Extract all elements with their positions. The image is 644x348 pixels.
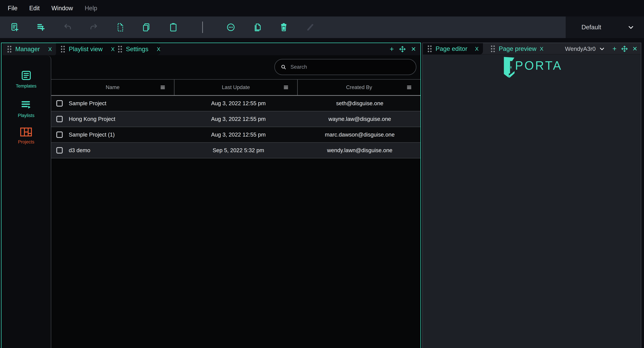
cut-icon — [116, 23, 125, 32]
search-icon — [280, 64, 286, 70]
drag-grip-icon[interactable] — [60, 45, 66, 53]
drag-grip-icon[interactable] — [7, 45, 12, 53]
right-tab-bar: Page editor X Page preview X WendyA3r0 + — [423, 43, 641, 55]
tab-settings[interactable]: Settings X — [113, 43, 160, 55]
user-selector[interactable]: WendyA3r0 — [565, 46, 605, 52]
more-options-button[interactable] — [226, 23, 236, 32]
tab-page-preview-close-icon[interactable]: X — [540, 46, 543, 52]
delete-button[interactable] — [279, 23, 288, 32]
search-input[interactable] — [290, 64, 410, 70]
search-row — [51, 55, 420, 79]
tab-page-editor[interactable]: Page editor X — [423, 43, 483, 55]
sidebar-item-templates[interactable]: Templates — [16, 70, 36, 89]
drag-grip-icon[interactable] — [427, 45, 432, 53]
table-row[interactable]: Sample Project (1) Aug 3, 2022 12:55 pm … — [51, 127, 420, 143]
copy-button[interactable] — [142, 23, 151, 32]
duplicate-button[interactable] — [253, 23, 262, 32]
add-tab-icon[interactable]: + — [390, 46, 394, 53]
drag-grip-icon[interactable] — [118, 45, 122, 53]
tab-page-editor-close-icon[interactable]: X — [475, 46, 478, 52]
row-checkbox[interactable] — [56, 147, 63, 153]
manager-content: Name Last Update Created By — [51, 55, 420, 348]
porta-logo: PORTA — [501, 56, 562, 78]
move-panel-icon[interactable] — [621, 45, 628, 52]
toolbar-divider — [202, 22, 203, 33]
sidebar-item-playlists-label: Playlists — [18, 113, 34, 118]
row-checkbox[interactable] — [56, 131, 63, 138]
new-playlist-button[interactable] — [36, 23, 46, 32]
menu-window[interactable]: Window — [52, 5, 73, 12]
project-name: Sample Project — [69, 100, 106, 107]
column-header-name-label: Name — [106, 84, 120, 90]
porta-door-icon — [501, 56, 515, 78]
sidebar-item-playlists[interactable]: Playlists — [18, 99, 34, 118]
tab-page-preview[interactable]: Page preview X — [486, 43, 547, 55]
left-tab-bar: Manager X Playlist view X Settings X + — [2, 43, 420, 55]
edit-pencil-icon — [306, 23, 315, 32]
project-last-update: Sep 5, 2022 5:32 pm — [178, 147, 299, 153]
toolbar — [0, 17, 566, 38]
workspace-selector-value: Default — [582, 24, 601, 31]
project-created-by: wayne.law@disguise.one — [299, 116, 420, 122]
chevron-down-icon — [598, 46, 605, 52]
row-checkbox[interactable] — [56, 116, 63, 122]
menu-edit[interactable]: Edit — [29, 5, 40, 12]
chevron-down-icon — [627, 24, 634, 31]
table-row[interactable]: Sample Project Aug 3, 2022 12:55 pm seth… — [51, 96, 420, 111]
project-name: Hong Kong Project — [69, 116, 115, 122]
tab-settings-close-icon[interactable]: X — [157, 46, 160, 52]
tab-playlist-view[interactable]: Playlist view X — [56, 43, 113, 55]
project-last-update: Aug 3, 2022 12:55 pm — [178, 100, 299, 107]
row-checkbox[interactable] — [56, 100, 63, 107]
add-tab-icon[interactable]: + — [612, 45, 616, 52]
drag-grip-icon[interactable] — [490, 45, 496, 53]
menu-help[interactable]: Help — [85, 5, 97, 12]
table-row[interactable]: d3 demo Sep 5, 2022 5:32 pm wendy.lawn@d… — [51, 143, 420, 158]
delete-icon — [279, 23, 288, 32]
column-menu-icon[interactable] — [160, 85, 165, 90]
workspace-selector[interactable]: Default — [566, 17, 644, 38]
search-box[interactable] — [274, 59, 416, 75]
redo-button[interactable] — [89, 23, 98, 32]
tab-manager-close-icon[interactable]: X — [48, 46, 52, 52]
column-header-created-by: Created By — [297, 80, 420, 95]
porta-logo-text: PORTA — [515, 59, 562, 72]
move-panel-icon[interactable] — [399, 46, 406, 53]
column-header-last-update: Last Update — [174, 80, 297, 95]
cut-button[interactable] — [116, 23, 125, 32]
page-editor-content: PORTA — [423, 55, 641, 348]
user-selector-value: WendyA3r0 — [565, 46, 596, 52]
tab-page-preview-label: Page preview — [499, 45, 536, 52]
projects-icon — [20, 127, 32, 137]
column-header-created-by-label: Created By — [346, 84, 372, 90]
projects-table: Name Last Update Created By — [51, 79, 420, 348]
more-options-icon — [226, 23, 236, 32]
sidebar-item-projects-label: Projects — [18, 139, 34, 145]
tab-manager-label: Manager — [15, 46, 40, 53]
menu-bar: File Edit Window Help — [0, 0, 644, 17]
sidebar-item-projects[interactable]: Projects — [18, 127, 34, 145]
tab-manager[interactable]: Manager X — [2, 43, 56, 55]
close-panel-icon[interactable]: ✕ — [632, 46, 638, 52]
new-template-button[interactable] — [10, 23, 20, 32]
new-template-icon — [10, 23, 20, 32]
playlists-icon — [20, 99, 32, 111]
manager-panel: Manager X Playlist view X Settings X + — [1, 43, 421, 348]
new-playlist-icon — [36, 23, 46, 32]
paste-button[interactable] — [168, 23, 178, 32]
close-panel-icon[interactable]: ✕ — [411, 46, 416, 52]
project-last-update: Aug 3, 2022 12:55 pm — [178, 131, 299, 138]
redo-icon — [89, 23, 98, 32]
column-menu-icon[interactable] — [284, 85, 288, 90]
undo-button[interactable] — [63, 23, 72, 32]
menu-file[interactable]: File — [8, 5, 18, 12]
project-created-by: seth@disguise.one — [299, 100, 420, 107]
table-row[interactable]: Hong Kong Project Aug 3, 2022 12:55 pm w… — [51, 111, 420, 127]
column-header-last-update-label: Last Update — [222, 84, 250, 90]
sidebar-item-templates-label: Templates — [16, 84, 36, 89]
edit-button[interactable] — [306, 23, 315, 32]
project-name: d3 demo — [69, 147, 90, 153]
column-menu-icon[interactable] — [407, 85, 412, 90]
undo-icon — [63, 23, 72, 32]
page-editor-panel: Page editor X Page preview X WendyA3r0 + — [422, 43, 641, 348]
